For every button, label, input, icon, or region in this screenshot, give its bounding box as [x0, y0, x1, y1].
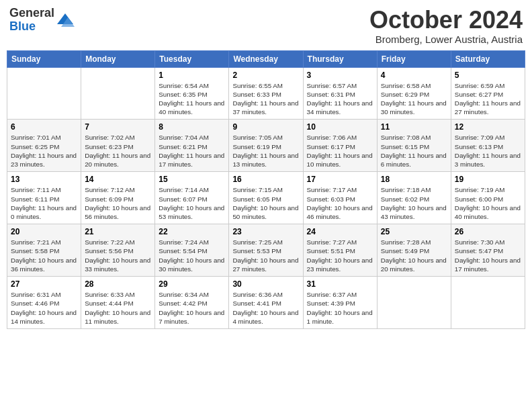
calendar-cell: 18Sunrise: 7:18 AMSunset: 6:02 PMDayligh…	[377, 172, 451, 224]
day-info: Sunrise: 7:01 AMSunset: 6:25 PMDaylight:…	[11, 133, 77, 169]
day-info: Sunrise: 7:18 AMSunset: 6:02 PMDaylight:…	[381, 185, 447, 221]
calendar-cell: 17Sunrise: 7:17 AMSunset: 6:03 PMDayligh…	[303, 172, 377, 224]
day-info: Sunrise: 6:37 AMSunset: 4:39 PMDaylight:…	[307, 290, 373, 326]
day-info: Sunrise: 7:19 AMSunset: 6:00 PMDaylight:…	[455, 185, 521, 221]
calendar-cell: 19Sunrise: 7:19 AMSunset: 6:00 PMDayligh…	[451, 172, 525, 224]
calendar-cell: 20Sunrise: 7:21 AMSunset: 5:58 PMDayligh…	[7, 224, 81, 277]
calendar-cell: 31Sunrise: 6:37 AMSunset: 4:39 PMDayligh…	[303, 277, 377, 329]
calendar-week-4: 20Sunrise: 7:21 AMSunset: 5:58 PMDayligh…	[7, 224, 525, 277]
day-number: 21	[85, 227, 151, 236]
day-info: Sunrise: 7:15 AMSunset: 6:05 PMDaylight:…	[232, 185, 299, 221]
calendar-cell	[451, 277, 525, 329]
day-number: 7	[85, 122, 151, 132]
calendar-cell: 23Sunrise: 7:25 AMSunset: 5:53 PMDayligh…	[229, 224, 303, 277]
day-number: 9	[232, 122, 299, 132]
day-info: Sunrise: 7:08 AMSunset: 6:15 PMDaylight:…	[381, 133, 447, 169]
calendar-week-1: 1Sunrise: 6:54 AMSunset: 6:35 PMDaylight…	[7, 67, 525, 120]
calendar-cell: 16Sunrise: 7:15 AMSunset: 6:05 PMDayligh…	[229, 172, 303, 224]
day-number: 19	[455, 175, 521, 184]
day-info: Sunrise: 7:30 AMSunset: 5:47 PMDaylight:…	[455, 238, 521, 273]
title-block: October 2024 Bromberg, Lower Austria, Au…	[369, 7, 523, 45]
logo-blue: Blue	[9, 19, 36, 33]
day-info: Sunrise: 7:22 AMSunset: 5:56 PMDaylight:…	[85, 238, 151, 273]
calendar-cell: 13Sunrise: 7:11 AMSunset: 6:11 PMDayligh…	[7, 172, 81, 224]
day-number: 28	[85, 279, 151, 289]
calendar-cell	[7, 67, 81, 120]
calendar-cell: 27Sunrise: 6:31 AMSunset: 4:46 PMDayligh…	[7, 277, 81, 329]
calendar-cell	[377, 277, 451, 329]
day-info: Sunrise: 6:58 AMSunset: 6:29 PMDaylight:…	[381, 81, 447, 117]
logo: General Blue	[9, 7, 75, 34]
day-info: Sunrise: 6:55 AMSunset: 6:33 PMDaylight:…	[232, 81, 299, 117]
day-info: Sunrise: 7:09 AMSunset: 6:13 PMDaylight:…	[455, 133, 521, 169]
day-info: Sunrise: 7:11 AMSunset: 6:11 PMDaylight:…	[11, 185, 77, 221]
day-info: Sunrise: 7:05 AMSunset: 6:19 PMDaylight:…	[232, 133, 299, 169]
calendar-table: SundayMondayTuesdayWednesdayThursdayFrid…	[7, 50, 525, 329]
weekday-header-monday: Monday	[81, 50, 155, 67]
day-info: Sunrise: 7:02 AMSunset: 6:23 PMDaylight:…	[85, 133, 151, 169]
day-number: 25	[381, 227, 447, 236]
page-header: General Blue October 2024 Bromberg, Lowe…	[7, 7, 525, 45]
logo-general: General	[9, 6, 54, 19]
day-number: 10	[307, 122, 373, 132]
weekday-header-sunday: Sunday	[7, 50, 81, 67]
calendar-cell: 26Sunrise: 7:30 AMSunset: 5:47 PMDayligh…	[451, 224, 525, 277]
day-info: Sunrise: 6:34 AMSunset: 4:42 PMDaylight:…	[159, 290, 225, 326]
calendar-week-3: 13Sunrise: 7:11 AMSunset: 6:11 PMDayligh…	[7, 172, 525, 224]
day-number: 5	[455, 71, 521, 80]
day-number: 17	[307, 175, 373, 184]
day-info: Sunrise: 7:24 AMSunset: 5:54 PMDaylight:…	[159, 238, 225, 273]
day-number: 18	[381, 175, 447, 184]
day-number: 14	[85, 175, 151, 184]
weekday-header-row: SundayMondayTuesdayWednesdayThursdayFrid…	[7, 50, 525, 67]
day-number: 24	[307, 227, 373, 236]
day-number: 29	[159, 279, 225, 289]
calendar-cell: 15Sunrise: 7:14 AMSunset: 6:07 PMDayligh…	[155, 172, 229, 224]
day-info: Sunrise: 7:25 AMSunset: 5:53 PMDaylight:…	[232, 238, 299, 273]
day-info: Sunrise: 7:17 AMSunset: 6:03 PMDaylight:…	[307, 185, 373, 221]
day-info: Sunrise: 7:06 AMSunset: 6:17 PMDaylight:…	[307, 133, 373, 169]
calendar-cell: 25Sunrise: 7:28 AMSunset: 5:49 PMDayligh…	[377, 224, 451, 277]
calendar-cell: 22Sunrise: 7:24 AMSunset: 5:54 PMDayligh…	[155, 224, 229, 277]
day-info: Sunrise: 7:21 AMSunset: 5:58 PMDaylight:…	[11, 238, 77, 273]
calendar-subtitle: Bromberg, Lower Austria, Austria	[369, 34, 523, 45]
calendar-week-5: 27Sunrise: 6:31 AMSunset: 4:46 PMDayligh…	[7, 277, 525, 329]
day-info: Sunrise: 7:28 AMSunset: 5:49 PMDaylight:…	[381, 238, 447, 273]
calendar-cell: 7Sunrise: 7:02 AMSunset: 6:23 PMDaylight…	[81, 120, 155, 172]
weekday-header-tuesday: Tuesday	[155, 50, 229, 67]
calendar-cell	[81, 67, 155, 120]
calendar-week-2: 6Sunrise: 7:01 AMSunset: 6:25 PMDaylight…	[7, 120, 525, 172]
calendar-cell: 14Sunrise: 7:12 AMSunset: 6:09 PMDayligh…	[81, 172, 155, 224]
day-info: Sunrise: 7:12 AMSunset: 6:09 PMDaylight:…	[85, 185, 151, 221]
calendar-cell: 29Sunrise: 6:34 AMSunset: 4:42 PMDayligh…	[155, 277, 229, 329]
day-number: 11	[381, 122, 447, 132]
day-info: Sunrise: 6:59 AMSunset: 6:27 PMDaylight:…	[455, 81, 521, 117]
calendar-cell: 1Sunrise: 6:54 AMSunset: 6:35 PMDaylight…	[155, 67, 229, 120]
day-number: 6	[11, 122, 77, 132]
calendar-cell: 9Sunrise: 7:05 AMSunset: 6:19 PMDaylight…	[229, 120, 303, 172]
calendar-header: SundayMondayTuesdayWednesdayThursdayFrid…	[7, 50, 525, 67]
weekday-header-wednesday: Wednesday	[229, 50, 303, 67]
calendar-cell: 21Sunrise: 7:22 AMSunset: 5:56 PMDayligh…	[81, 224, 155, 277]
calendar-cell: 5Sunrise: 6:59 AMSunset: 6:27 PMDaylight…	[451, 67, 525, 120]
calendar-cell: 24Sunrise: 7:27 AMSunset: 5:51 PMDayligh…	[303, 224, 377, 277]
weekday-header-saturday: Saturday	[451, 50, 525, 67]
day-number: 3	[307, 71, 373, 80]
day-number: 15	[159, 175, 225, 184]
day-number: 22	[159, 227, 225, 236]
day-number: 16	[232, 175, 299, 184]
day-number: 23	[232, 227, 299, 236]
day-number: 27	[11, 279, 77, 289]
day-number: 31	[307, 279, 373, 289]
day-info: Sunrise: 6:57 AMSunset: 6:31 PMDaylight:…	[307, 81, 373, 117]
day-info: Sunrise: 6:33 AMSunset: 4:44 PMDaylight:…	[85, 290, 151, 326]
calendar-title: October 2024	[369, 7, 523, 34]
day-number: 12	[455, 122, 521, 132]
day-info: Sunrise: 6:36 AMSunset: 4:41 PMDaylight:…	[232, 290, 299, 326]
calendar-cell: 2Sunrise: 6:55 AMSunset: 6:33 PMDaylight…	[229, 67, 303, 120]
day-info: Sunrise: 7:04 AMSunset: 6:21 PMDaylight:…	[159, 133, 225, 169]
day-number: 8	[159, 122, 225, 132]
day-number: 13	[11, 175, 77, 184]
weekday-header-friday: Friday	[377, 50, 451, 67]
day-number: 1	[159, 71, 225, 80]
